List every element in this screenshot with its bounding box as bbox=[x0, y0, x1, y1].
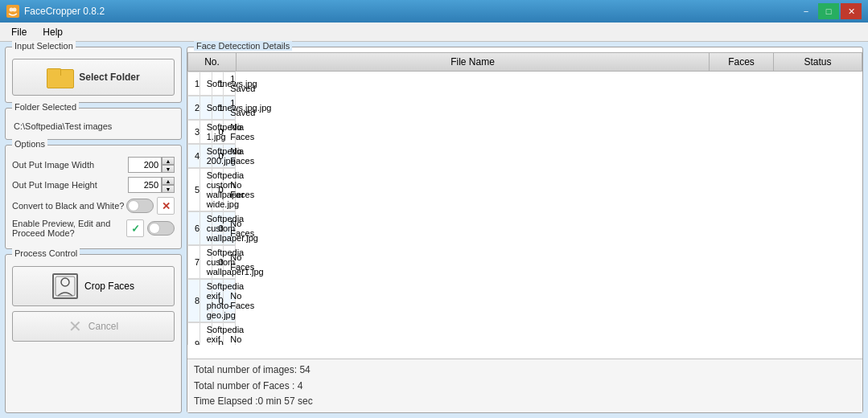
header-filename: File Name bbox=[237, 53, 710, 72]
cell-no: 3 bbox=[188, 121, 200, 144]
time-label: Time Elapsed bbox=[194, 395, 253, 407]
cell-filename: Softpedia custom wallpaper1.jpg bbox=[200, 246, 212, 279]
width-spinner: ▲ ▼ bbox=[128, 157, 175, 173]
input-selection-title: Input Selection bbox=[12, 41, 76, 51]
menu-help[interactable]: Help bbox=[35, 25, 71, 39]
table-header-row: No. File Name Faces Status bbox=[188, 53, 862, 72]
process-control-title: Process Control bbox=[12, 248, 80, 258]
main-content: Input Selection Select Folder Folder Sel… bbox=[0, 42, 868, 418]
total-images-value: 54 bbox=[299, 364, 310, 375]
total-faces-value: 4 bbox=[298, 380, 303, 391]
cell-no: 7 bbox=[188, 246, 200, 279]
preview-toggle[interactable] bbox=[147, 221, 175, 236]
crop-faces-label: Crop Faces bbox=[84, 281, 134, 292]
options-group: Options Out Put Image Width ▲ ▼ Out Put … bbox=[5, 145, 182, 249]
folder-icon bbox=[47, 66, 72, 88]
close-button[interactable]: ✕ bbox=[841, 3, 862, 19]
header-status: Status bbox=[774, 53, 862, 72]
summary-faces: Total number of Faces : 4 bbox=[194, 379, 856, 394]
width-input[interactable] bbox=[128, 157, 162, 173]
header-faces: Faces bbox=[710, 53, 774, 72]
cell-filename: Softpedia exif photo-geo.jpg bbox=[200, 280, 212, 322]
cell-no: 1 bbox=[188, 72, 200, 96]
bw-toggle-container: ✕ bbox=[126, 197, 175, 215]
folder-selected-group: Folder Selected C:\Softpedia\Test images bbox=[5, 108, 182, 140]
preview-check-button[interactable]: ✓ bbox=[126, 219, 144, 237]
cancel-button[interactable]: ✕ Cancel bbox=[12, 311, 175, 342]
table-row: 8 Softpedia exif photo-geo.jpg 0 No Face… bbox=[187, 279, 236, 322]
total-faces-label: Total number of Faces : bbox=[194, 380, 294, 391]
width-up[interactable]: ▲ bbox=[162, 157, 175, 165]
summary-time: Time Elapsed :0 min 57 sec bbox=[194, 394, 856, 409]
menu-file[interactable]: File bbox=[3, 25, 35, 39]
cell-filename: Softpedia exif photo-QR.jpg bbox=[200, 323, 212, 346]
width-down[interactable]: ▼ bbox=[162, 165, 175, 173]
table-row: 9 Softpedia exif photo-QR.jpg 0 No Faces bbox=[187, 322, 236, 345]
menubar: File Help bbox=[0, 23, 868, 42]
height-up[interactable]: ▲ bbox=[162, 177, 175, 185]
table-container: No. File Name Faces Status bbox=[187, 52, 862, 359]
table-row: 3 Softpedia 1.jpg 0 No Faces bbox=[187, 120, 236, 144]
face-table: No. File Name Faces Status bbox=[187, 52, 862, 72]
bw-toggle[interactable] bbox=[126, 199, 154, 213]
summary-area: Total number of images: 54 Total number … bbox=[187, 359, 862, 412]
table-header: No. File Name Faces Status bbox=[188, 53, 862, 72]
cell-filename: Softnews.jpg.jpg bbox=[200, 96, 212, 120]
cancel-label: Cancel bbox=[88, 321, 118, 332]
titlebar-left: FaceCropper 0.8.2 bbox=[6, 5, 105, 18]
table-body-table: 1 Softnews.jpg 1 1 Saved 2 Softnews.jpg.… bbox=[187, 72, 862, 345]
window-title: FaceCropper 0.8.2 bbox=[24, 6, 105, 17]
select-folder-button[interactable]: Select Folder bbox=[12, 59, 175, 96]
process-control-group: Process Control Crop Faces ✕ Cancel bbox=[5, 254, 182, 413]
bw-x-button[interactable]: ✕ bbox=[157, 197, 175, 215]
table-row: 4 Softpedia 200.jpg 0 No Faces bbox=[187, 144, 236, 168]
cell-no: 8 bbox=[188, 280, 200, 322]
cell-no: 2 bbox=[188, 96, 200, 120]
bw-label: Convert to Black and White? bbox=[12, 201, 126, 211]
cell-no: 9 bbox=[188, 323, 200, 346]
height-down[interactable]: ▼ bbox=[162, 185, 175, 193]
select-folder-label: Select Folder bbox=[79, 72, 139, 83]
right-panel: Face Detecction Details No. File Name Fa… bbox=[187, 47, 863, 413]
total-images-label: Total number of images: bbox=[194, 364, 297, 375]
folder-selected-title: Folder Selected bbox=[12, 102, 79, 112]
width-label: Out Put Image Width bbox=[12, 160, 128, 170]
cell-filename: Softnews.jpg bbox=[200, 72, 212, 96]
cell-no: 5 bbox=[188, 169, 200, 211]
folder-path: C:\Softpedia\Test images bbox=[12, 120, 175, 133]
height-label: Out Put Image Height bbox=[12, 180, 128, 190]
width-row: Out Put Image Width ▲ ▼ bbox=[12, 157, 175, 173]
bw-toggle-thumb bbox=[128, 200, 139, 211]
cell-filename: Softpedia 1.jpg bbox=[200, 121, 212, 144]
height-arrows: ▲ ▼ bbox=[162, 177, 175, 193]
cell-filename: Softpedia custom wallpaper.jpg bbox=[200, 212, 212, 245]
maximize-button[interactable]: □ bbox=[818, 3, 839, 19]
header-no: No. bbox=[188, 53, 237, 72]
cell-filename: Softpedia 200.jpg bbox=[200, 145, 212, 168]
preview-row: Enable Preview, Edit and Proceed Mode? ✓ bbox=[12, 219, 175, 238]
cell-no: 4 bbox=[188, 145, 200, 168]
table-body-scroll[interactable]: 1 Softnews.jpg 1 1 Saved 2 Softnews.jpg.… bbox=[187, 72, 862, 345]
table-row: 6 Softpedia custom wallpaper.jpg 0 No Fa… bbox=[187, 211, 236, 245]
preview-toggle-container: ✓ bbox=[126, 219, 175, 237]
preview-label: Enable Preview, Edit and Proceed Mode? bbox=[12, 219, 126, 238]
table-row: 5 Softpedia custom wallpaper wide.jpg 0 … bbox=[187, 168, 236, 211]
check-icon: ✓ bbox=[131, 223, 140, 235]
minimize-button[interactable]: − bbox=[796, 3, 817, 19]
input-selection-group: Input Selection Select Folder bbox=[5, 47, 182, 103]
time-value: :0 min 57 sec bbox=[255, 395, 312, 407]
titlebar: FaceCropper 0.8.2 − □ ✕ bbox=[0, 0, 868, 23]
cell-filename: Softpedia custom wallpaper wide.jpg bbox=[200, 169, 212, 211]
app-icon bbox=[6, 5, 19, 18]
table-rows: 1 Softnews.jpg 1 1 Saved 2 Softnews.jpg.… bbox=[187, 72, 862, 345]
table-row: 1 Softnews.jpg 1 1 Saved bbox=[187, 72, 236, 96]
width-arrows: ▲ ▼ bbox=[162, 157, 175, 173]
height-spinner: ▲ ▼ bbox=[128, 177, 175, 193]
summary-images: Total number of images: 54 bbox=[194, 363, 856, 378]
crop-faces-button[interactable]: Crop Faces bbox=[12, 266, 175, 306]
x-icon: ✕ bbox=[162, 200, 171, 212]
height-input[interactable] bbox=[128, 177, 162, 193]
table-row: 7 Softpedia custom wallpaper1.jpg 0 No F… bbox=[187, 245, 236, 279]
svg-point-3 bbox=[61, 278, 69, 286]
preview-toggle-thumb bbox=[149, 223, 160, 234]
